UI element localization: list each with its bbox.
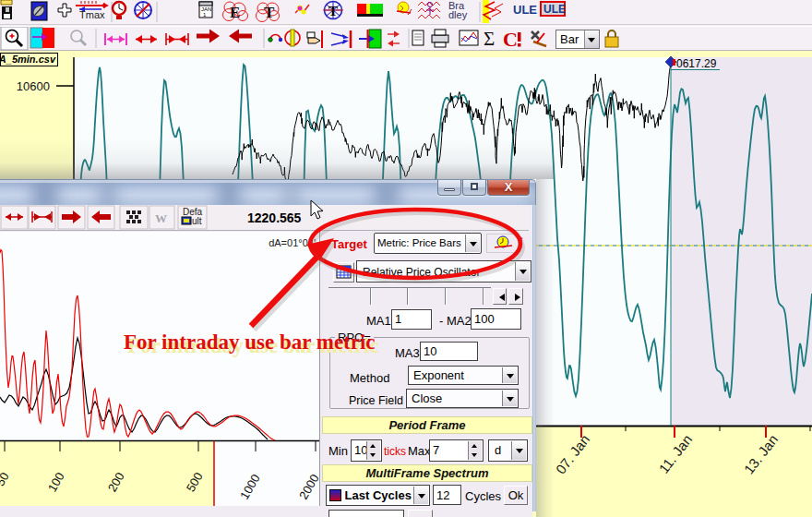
svg-text:ULE: ULE [543,3,566,16]
svg-text:ULE: ULE [513,3,537,17]
svg-text:1220.565: 1220.565 [247,210,302,225]
svg-text:T: T [264,4,275,21]
svg-text:10600: 10600 [17,79,50,93]
svg-text:T: T [328,4,338,18]
svg-text:W: W [155,211,167,225]
svg-text:1000: 1000 [237,472,262,502]
svg-text:Σ: Σ [484,28,495,50]
svg-text:C: C [503,28,518,51]
svg-text:2000: 2000 [296,472,320,502]
svg-text:dley: dley [448,9,468,20]
svg-text:ult: ult [192,216,202,226]
svg-text:0617.29: 0617.29 [676,57,717,70]
svg-text:E: E [230,4,240,21]
svg-text:Tmax: Tmax [79,9,105,20]
